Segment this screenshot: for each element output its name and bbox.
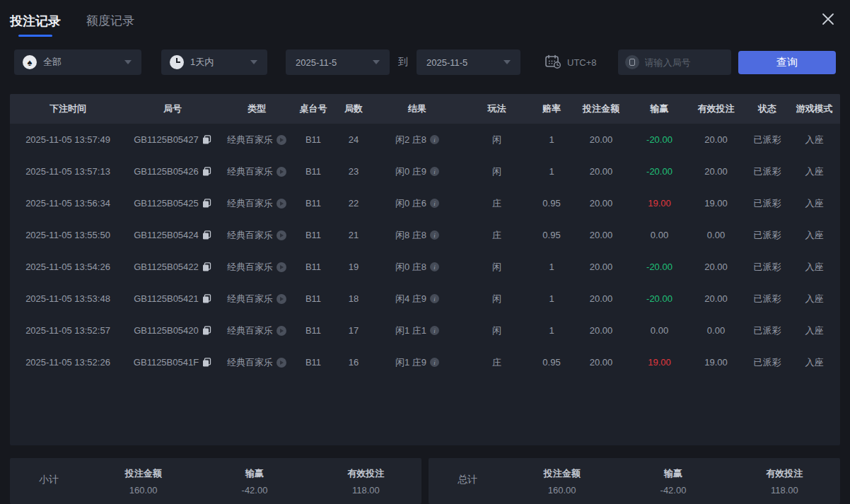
cell-bet: 20.00: [569, 262, 633, 272]
cell-win_loss-text: 0.00: [651, 230, 668, 240]
timezone-indicator: UTC+8: [545, 54, 597, 71]
date-from-picker[interactable]: 2025-11-5: [286, 49, 390, 75]
cell-table_no-text: B11: [305, 325, 321, 336]
close-icon[interactable]: [819, 10, 837, 28]
video-icon[interactable]: [276, 230, 286, 240]
search-input[interactable]: [645, 57, 716, 68]
info-icon[interactable]: i: [430, 199, 439, 208]
cell-type-text: 经典百家乐: [227, 356, 273, 369]
cell-type-text: 经典百家乐: [227, 229, 273, 242]
copy-icon[interactable]: [202, 326, 211, 335]
cell-valid_bet: 19.00: [686, 198, 746, 209]
game-id-search: [618, 49, 731, 75]
cell-round: 23: [332, 166, 375, 177]
cell-play-text: 闲: [492, 165, 501, 178]
copy-icon[interactable]: [202, 230, 211, 240]
cell-time: 2025-11-05 13:53:48: [10, 293, 126, 304]
cell-bet: 20.00: [569, 357, 633, 368]
cell-status-text: 已派彩: [754, 134, 781, 146]
table-body: 2025-11-05 13:57:49GB1125B05427经典百家乐B112…: [10, 124, 840, 378]
column-header: 输赢: [633, 102, 686, 115]
cell-type: 经典百家乐: [219, 197, 294, 210]
cell-bet: 20.00: [569, 134, 633, 145]
cell-status-text: 已派彩: [754, 197, 781, 210]
info-icon[interactable]: i: [430, 326, 439, 335]
cell-play: 闲: [460, 261, 534, 274]
copy-icon[interactable]: [202, 135, 211, 144]
cell-bet-text: 20.00: [590, 198, 613, 209]
info-icon[interactable]: i: [430, 358, 439, 367]
copy-icon[interactable]: [202, 262, 211, 271]
game-type-select[interactable]: ♠ 全部: [14, 49, 141, 75]
cell-game_id: GB1125B05426: [126, 166, 219, 177]
cell-round-text: 21: [349, 230, 359, 240]
copy-icon[interactable]: [202, 358, 211, 367]
cell-mode: 入座: [788, 324, 840, 337]
chevron-down-icon: [503, 60, 511, 64]
video-icon[interactable]: [276, 326, 286, 336]
cell-play: 庄: [460, 229, 534, 242]
cell-status: 已派彩: [746, 293, 788, 305]
cell-round-text: 23: [349, 166, 359, 177]
video-icon[interactable]: [276, 262, 286, 272]
cell-result-text: 闲1 庄9: [395, 356, 426, 369]
cell-bet-text: 20.00: [590, 166, 613, 177]
cell-play: 闲: [460, 134, 534, 146]
column-header: 有效投注: [686, 102, 746, 115]
info-icon[interactable]: i: [430, 135, 439, 144]
cell-game_id: GB1125B0541F: [126, 357, 219, 368]
cell-play: 闲: [460, 293, 534, 305]
cell-valid_bet-text: 20.00: [704, 262, 728, 272]
cell-win_loss: 19.00: [633, 357, 686, 368]
cell-win_loss-text: -20.00: [646, 293, 673, 304]
tab-betting-records[interactable]: 投注记录: [10, 13, 61, 37]
cell-mode-text: 入座: [805, 356, 824, 369]
cell-status: 已派彩: [746, 165, 788, 178]
cell-odds-text: 1: [549, 262, 554, 272]
copy-icon[interactable]: [202, 294, 211, 303]
copy-icon[interactable]: [202, 167, 211, 176]
cell-play-text: 庄: [492, 229, 501, 242]
cell-table_no: B11: [294, 325, 332, 336]
time-range-select[interactable]: 1天内: [161, 49, 267, 75]
cell-type-text: 经典百家乐: [227, 134, 273, 146]
video-icon[interactable]: [276, 358, 286, 368]
query-button[interactable]: 查询: [738, 51, 836, 74]
cell-mode: 入座: [788, 356, 840, 369]
cell-status-text: 已派彩: [754, 229, 781, 242]
cell-game_id-text: GB1125B05422: [134, 262, 199, 272]
copy-icon[interactable]: [202, 199, 211, 208]
cell-result-text: 闲0 庄9: [395, 165, 426, 178]
video-icon[interactable]: [276, 167, 286, 177]
calendar-clock-icon: [545, 54, 561, 71]
cell-table_no: B11: [294, 293, 332, 304]
info-icon[interactable]: i: [430, 294, 439, 303]
info-icon[interactable]: i: [430, 167, 439, 176]
date-to-picker[interactable]: 2025-11-5: [417, 49, 520, 75]
chevron-down-icon: [124, 60, 132, 64]
info-icon[interactable]: i: [430, 230, 439, 240]
cell-type: 经典百家乐: [219, 134, 294, 146]
cell-result-text: 闲8 庄8: [395, 229, 426, 242]
cell-game_id-text: GB1125B05424: [134, 230, 199, 240]
video-icon[interactable]: [276, 294, 286, 304]
cell-mode-text: 入座: [805, 134, 824, 146]
cell-odds: 0.95: [534, 230, 569, 240]
table-row: 2025-11-05 13:52:57GB1125B05420经典百家乐B111…: [10, 315, 840, 346]
cell-mode-text: 入座: [805, 165, 824, 178]
tab-quota-records[interactable]: 额度记录: [86, 13, 134, 37]
subtotal-panel: 小计 投注金额 160.00 输赢 -42.00 有效投注 118.00: [10, 458, 421, 504]
cell-round: 21: [332, 230, 375, 240]
cell-result: 闲0 庄8i: [375, 261, 460, 274]
cell-win_loss-text: 19.00: [648, 198, 671, 209]
cell-time: 2025-11-05 13:54:26: [10, 262, 126, 272]
cell-win_loss: -20.00: [633, 262, 686, 272]
info-icon[interactable]: i: [430, 262, 439, 271]
column-header: 桌台号: [294, 102, 332, 115]
video-icon[interactable]: [276, 135, 286, 145]
cell-type: 经典百家乐: [219, 356, 294, 369]
cell-valid_bet-text: 19.00: [704, 357, 728, 368]
video-icon[interactable]: [276, 199, 286, 209]
table-row: 2025-11-05 13:57:13GB1125B05426经典百家乐B112…: [10, 156, 840, 187]
cell-result: 闲0 庄6i: [375, 197, 460, 210]
